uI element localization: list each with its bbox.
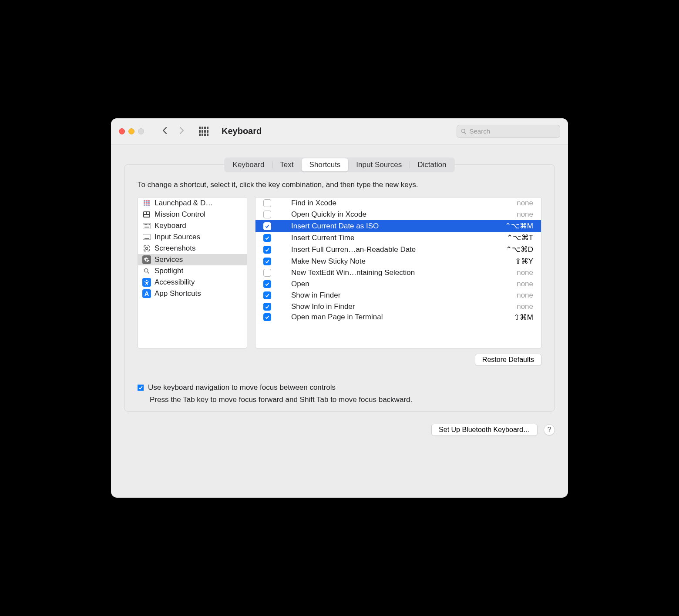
sidebar-item-label: Screenshots bbox=[155, 244, 196, 253]
sidebar-item-label: Mission Control bbox=[155, 210, 205, 219]
sidebar-item-label: Keyboard bbox=[155, 221, 186, 230]
mission-icon bbox=[142, 210, 151, 219]
screenshot-icon bbox=[142, 244, 151, 253]
shortcut-row[interactable]: Insert Current Time⌃⌥⌘T bbox=[255, 232, 541, 244]
search-icon bbox=[461, 128, 467, 135]
shortcut-key[interactable]: none bbox=[517, 268, 533, 277]
sidebar-item-input[interactable]: Input Sources bbox=[138, 231, 247, 243]
shortcut-row[interactable]: Open man Page in Terminal⇧⌘M bbox=[255, 312, 541, 322]
shortcut-checkbox[interactable] bbox=[263, 222, 271, 230]
shortcut-checkbox[interactable] bbox=[263, 291, 271, 299]
sidebar-item-label: Services bbox=[155, 255, 183, 264]
minimize-window-button[interactable] bbox=[128, 128, 134, 134]
svg-rect-2 bbox=[147, 212, 149, 214]
svg-rect-5 bbox=[144, 224, 145, 225]
shortcut-checkbox[interactable] bbox=[263, 199, 271, 207]
setup-bluetooth-keyboard-button[interactable]: Set Up Bluetooth Keyboard… bbox=[431, 424, 538, 436]
help-button[interactable]: ? bbox=[544, 424, 555, 435]
restore-defaults-button[interactable]: Restore Defaults bbox=[475, 354, 541, 366]
shortcut-key[interactable]: none bbox=[517, 199, 533, 208]
tab-keyboard[interactable]: Keyboard bbox=[225, 158, 272, 171]
shortcut-key[interactable]: ⌃⌥⌘T bbox=[507, 233, 533, 242]
checkmark-icon bbox=[265, 315, 270, 320]
sidebar-item-label: App Shortcuts bbox=[155, 289, 201, 298]
two-column-layout: Launchpad & D…Mission ControlKeyboardInp… bbox=[124, 197, 555, 348]
tab-shortcuts[interactable]: Shortcuts bbox=[302, 158, 349, 171]
shortcut-row[interactable]: Open Quickly in Xcodenone bbox=[255, 209, 541, 220]
shortcut-row[interactable]: Show Info in Findernone bbox=[255, 301, 541, 312]
keyboard-nav-option: Use keyboard navigation to move focus be… bbox=[124, 366, 555, 404]
sidebar-item-label: Spotlight bbox=[155, 267, 183, 275]
sidebar-item-appshortcuts[interactable]: AApp Shortcuts bbox=[138, 288, 247, 299]
sidebar-item-label: Accessibility bbox=[155, 278, 195, 287]
shortcut-row[interactable]: Insert Current Date as ISO⌃⌥⌘M bbox=[255, 220, 541, 232]
page-title: Keyboard bbox=[222, 126, 262, 136]
keyboard-icon bbox=[142, 221, 151, 230]
svg-rect-4 bbox=[143, 223, 151, 228]
checkmark-icon bbox=[265, 224, 270, 229]
keyboard-nav-checkbox[interactable] bbox=[138, 385, 144, 391]
checkmark-icon bbox=[265, 304, 270, 309]
shortcut-row[interactable]: Find in Xcodenone bbox=[255, 198, 541, 209]
shortcut-key[interactable]: ⌃⌥⌘D bbox=[506, 245, 533, 254]
shortcut-checkbox[interactable] bbox=[263, 313, 271, 321]
instructions-text: To change a shortcut, select it, click t… bbox=[124, 181, 555, 197]
svg-rect-12 bbox=[145, 238, 149, 239]
preferences-window: Keyboard KeyboardTextShortcutsInput Sour… bbox=[111, 118, 568, 498]
shortcut-label: Insert Full Curren…an-Readable Date bbox=[277, 245, 500, 254]
sidebar-item-services[interactable]: Services bbox=[138, 254, 247, 265]
shortcut-checkbox[interactable] bbox=[263, 280, 271, 288]
tab-input-sources[interactable]: Input Sources bbox=[348, 158, 410, 171]
shortcut-row[interactable]: Insert Full Curren…an-Readable Date⌃⌥⌘D bbox=[255, 244, 541, 255]
shortcut-key[interactable]: none bbox=[517, 280, 533, 288]
shortcut-key[interactable]: ⌃⌥⌘M bbox=[505, 221, 533, 231]
sidebar-item-accessibility[interactable]: Accessibility bbox=[138, 277, 247, 288]
shortcut-list[interactable]: Find in XcodenoneOpen Quickly in Xcodeno… bbox=[255, 197, 541, 348]
restore-wrap: Restore Defaults bbox=[124, 348, 555, 366]
checkmark-icon bbox=[265, 293, 270, 298]
shortcut-checkbox[interactable] bbox=[263, 246, 271, 254]
shortcut-row[interactable]: Show in Findernone bbox=[255, 290, 541, 301]
shortcut-key[interactable]: none bbox=[517, 210, 533, 219]
search-field[interactable] bbox=[457, 125, 560, 138]
zoom-window-button[interactable] bbox=[138, 128, 144, 134]
svg-rect-3 bbox=[144, 215, 149, 217]
show-all-prefs-button[interactable] bbox=[199, 127, 208, 136]
services-icon bbox=[142, 255, 151, 264]
sidebar-item-mission[interactable]: Mission Control bbox=[138, 209, 247, 220]
shortcut-row[interactable]: Make New Sticky Note⇧⌘Y bbox=[255, 255, 541, 267]
shortcut-row[interactable]: Opennone bbox=[255, 278, 541, 290]
shortcut-key[interactable]: none bbox=[517, 291, 533, 300]
shortcut-checkbox[interactable] bbox=[263, 269, 271, 277]
shortcut-key[interactable]: none bbox=[517, 302, 533, 311]
shortcut-label: Insert Current Date as ISO bbox=[277, 222, 499, 231]
shortcut-checkbox[interactable] bbox=[263, 211, 271, 218]
tab-text[interactable]: Text bbox=[272, 158, 301, 171]
shortcut-checkbox[interactable] bbox=[263, 258, 271, 265]
shortcut-label: Show Info in Finder bbox=[277, 302, 511, 311]
sidebar-item-screenshot[interactable]: Screenshots bbox=[138, 243, 247, 254]
shortcut-row[interactable]: New TextEdit Win…ntaining Selectionnone bbox=[255, 267, 541, 278]
keyboard-nav-hint: Press the Tab key to move focus forward … bbox=[138, 395, 541, 404]
shortcut-label: Show in Finder bbox=[277, 291, 511, 300]
close-window-button[interactable] bbox=[119, 128, 125, 134]
forward-button[interactable] bbox=[175, 126, 188, 137]
sidebar-item-keyboard[interactable]: Keyboard bbox=[138, 220, 247, 231]
chevron-left-icon bbox=[161, 127, 168, 134]
shortcut-key[interactable]: ⇧⌘Y bbox=[515, 257, 533, 266]
svg-rect-11 bbox=[143, 234, 151, 240]
sidebar-item-launchpad[interactable]: Launchpad & D… bbox=[138, 198, 247, 209]
shortcut-checkbox[interactable] bbox=[263, 234, 271, 242]
checkmark-icon bbox=[265, 281, 270, 287]
checkmark-icon bbox=[138, 385, 143, 390]
shortcut-key[interactable]: ⇧⌘M bbox=[514, 313, 533, 322]
search-input[interactable] bbox=[470, 127, 556, 135]
back-button[interactable] bbox=[158, 126, 171, 137]
tab-dictation[interactable]: Dictation bbox=[410, 158, 454, 171]
category-sidebar[interactable]: Launchpad & D…Mission ControlKeyboardInp… bbox=[138, 197, 247, 348]
checkmark-icon bbox=[265, 235, 270, 241]
sidebar-item-spotlight[interactable]: Spotlight bbox=[138, 265, 247, 277]
sidebar-item-label: Launchpad & D… bbox=[155, 199, 213, 208]
shortcut-checkbox[interactable] bbox=[263, 303, 271, 311]
svg-point-13 bbox=[146, 248, 148, 250]
